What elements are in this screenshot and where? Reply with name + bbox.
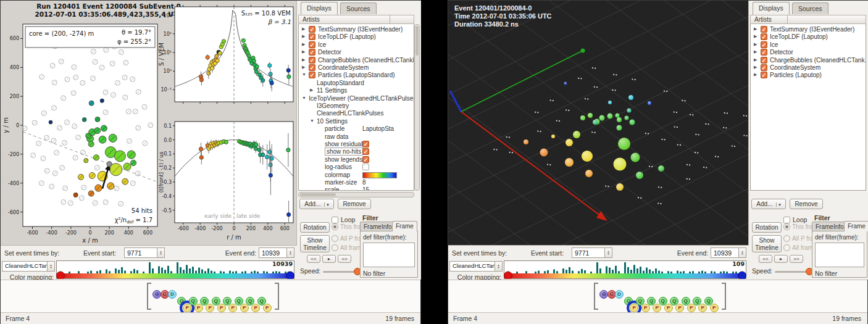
expand-arrow-icon[interactable]: ▶ — [302, 57, 305, 62]
artist-checkbox[interactable]: ✓ — [309, 64, 315, 71]
pulse-source-combo-stepper[interactable]: ▴▾ — [47, 261, 55, 272]
show-timeline-button[interactable]: Show Timeline — [752, 235, 782, 252]
all-p-frames-radio[interactable] — [332, 235, 338, 242]
frame-circle-G-0[interactable]: G — [152, 290, 161, 299]
artist-row[interactable]: LaputopStandard — [299, 80, 414, 88]
artist-checkbox[interactable]: ✓ — [761, 49, 767, 56]
event-histogram[interactable]: 109 — [504, 260, 746, 279]
pulse-source-combo-stepper[interactable]: ▴▾ — [495, 261, 503, 272]
remove-artist-button[interactable]: Remove — [338, 199, 371, 209]
expand-arrow-icon[interactable]: ▶ — [302, 65, 305, 70]
loop-checkbox[interactable] — [783, 217, 790, 223]
artists-column-header-2[interactable] — [787, 15, 866, 24]
frame-circle-G-0[interactable]: G — [599, 290, 608, 299]
time-residual-plot[interactable]: 0.10.0-0.1-0.2-0.3-0.4-0.5-600-400-20002… — [157, 118, 297, 245]
expand-arrow-icon[interactable]: ▶ — [754, 27, 757, 31]
tab-frameinfo[interactable]: FrameInfo — [360, 222, 396, 231]
artist-row[interactable]: ▶✓IceTopLDF (Laputop) — [751, 33, 866, 41]
add-dropdown-caret-icon[interactable]: ▾ — [776, 202, 781, 207]
loop-checkbox[interactable] — [332, 217, 338, 223]
artist-checkbox[interactable]: ✓ — [309, 41, 315, 48]
artist-row[interactable]: ▶✓ChargeBubbles (CleanedHLCTank... — [751, 57, 866, 65]
artist-row[interactable]: ▼IceTopViewer (CleanedHLCTankPulses) — [299, 95, 414, 103]
artist-checkbox[interactable]: ✓ — [761, 72, 767, 78]
artist-row[interactable]: ▶✓Detector — [751, 49, 866, 57]
expand-arrow-icon[interactable]: ▶ — [754, 72, 757, 77]
artist-row[interactable]: ▶✓IceTopLDF (Laputop) — [299, 33, 414, 41]
histogram-end-handle[interactable] — [738, 272, 746, 279]
expand-arrow-icon[interactable]: ▶ — [310, 88, 313, 93]
tab-sources[interactable]: Sources — [792, 2, 828, 14]
expand-arrow-icon[interactable]: ▶ — [754, 65, 757, 70]
play-button[interactable]: ▸ — [322, 255, 336, 263]
artist-row[interactable]: ▶✓Detector — [299, 49, 414, 57]
tree-horizontal-scrollbar[interactable] — [298, 192, 414, 197]
artist-checkbox[interactable]: ✓ — [761, 64, 767, 71]
pulse-source-combo[interactable]: CleanedHLCTankI — [449, 261, 495, 272]
collapse-arrow-icon[interactable]: ▼ — [302, 72, 306, 77]
filter-code-input[interactable] — [363, 243, 415, 267]
artist-row[interactable]: ▶✓CoordinateSystem — [751, 64, 866, 72]
event-end-stepper[interactable]: ▴▾ — [286, 247, 294, 258]
all-p-frames-radio[interactable] — [783, 235, 790, 242]
frame-circle-P-18[interactable]: P — [263, 304, 272, 312]
artist-checkbox[interactable]: ✓ — [761, 41, 767, 48]
add-artist-button[interactable]: Add... ▾ — [751, 199, 786, 209]
frame-circle-P-12[interactable]: P — [228, 304, 237, 312]
artist-checkbox[interactable]: ✓ — [309, 57, 315, 64]
artist-row[interactable]: ▼✓Particles (LaputopStandard) — [299, 72, 414, 80]
artists-column-header-2[interactable] — [390, 15, 414, 24]
step-back-button[interactable]: << — [759, 255, 772, 263]
add-dropdown-caret-icon[interactable]: ▾ — [324, 202, 329, 207]
setting-value[interactable]: 8 — [362, 179, 366, 186]
artist-checkbox[interactable]: ✓ — [761, 33, 767, 40]
event-end-stepper[interactable]: ▴▾ — [738, 247, 746, 258]
collapse-arrow-icon[interactable]: ▼ — [310, 118, 314, 123]
event-start-input[interactable] — [124, 247, 157, 258]
setting-row[interactable]: log-radius — [299, 164, 414, 172]
setting-checkbox[interactable]: ✓ — [362, 141, 369, 147]
setting-row[interactable]: marker-size8 — [299, 179, 414, 187]
remove-artist-button[interactable]: Remove — [790, 199, 823, 209]
expand-arrow-icon[interactable]: ▶ — [302, 34, 305, 39]
artist-row[interactable]: ▶✓Particles (Laputop) — [751, 72, 866, 80]
tab-frameinfo[interactable]: FrameInfo — [812, 222, 848, 231]
setting-row[interactable]: show legends✓ — [299, 156, 414, 164]
artist-checkbox[interactable]: ✓ — [309, 49, 315, 56]
setting-row[interactable]: colormap — [299, 172, 414, 180]
setting-row[interactable]: show no-hits✓ — [299, 148, 414, 156]
ldf-plot[interactable]: 10³10²10¹10⁰10⁻¹S / VEMS₁₂₅ = 10.8 VEMβ … — [157, 1, 297, 118]
tab-sources[interactable]: Sources — [340, 2, 377, 14]
artist-row[interactable]: ▶✓TextSummary (I3EventHeader) — [751, 26, 866, 34]
colormap-gradient-chip[interactable] — [362, 172, 397, 178]
setting-value[interactable]: 15 — [362, 186, 369, 191]
filter-code-input[interactable] — [815, 243, 864, 267]
frame-circle-P-12[interactable]: P — [675, 304, 684, 312]
frame-circle-P-16[interactable]: P — [698, 304, 707, 312]
artist-row[interactable]: CleanedHLCTankPulses — [299, 110, 414, 118]
artist-row[interactable]: ▶✓ChargeBubbles (CleanedHLCTankP — [299, 57, 414, 65]
this-frame-radio[interactable] — [332, 223, 338, 230]
artist-checkbox[interactable]: ✓ — [309, 33, 315, 40]
collapse-arrow-icon[interactable]: ▼ — [302, 96, 306, 100]
all-frames-radio[interactable] — [332, 244, 338, 251]
event-start-input[interactable] — [572, 247, 605, 258]
pulse-source-combo[interactable]: CleanedHLCTankI — [2, 261, 48, 272]
artist-row[interactable]: raw data — [299, 133, 414, 141]
histogram-start-handle[interactable] — [504, 272, 512, 279]
setting-checkbox[interactable]: ✓ — [362, 156, 369, 163]
setting-checkbox[interactable] — [362, 164, 369, 170]
3d-event-view[interactable] — [448, 1, 749, 245]
play-button[interactable]: ▸ — [774, 255, 788, 263]
setting-row[interactable]: scale15 — [299, 186, 414, 191]
event-start-stepper[interactable]: ▴▾ — [604, 247, 612, 258]
frame-circle-P-16[interactable]: P — [251, 304, 260, 312]
expand-arrow-icon[interactable]: ▶ — [754, 42, 757, 47]
frame-circle-P-8[interactable]: P — [653, 304, 661, 312]
setting-checkbox[interactable]: ✓ — [362, 148, 369, 155]
frame-circle-D-2[interactable]: D — [168, 290, 177, 299]
expand-arrow-icon[interactable]: ▶ — [754, 49, 757, 54]
step-back-button[interactable]: << — [307, 255, 320, 263]
artist-checkbox[interactable]: ✓ — [761, 57, 767, 64]
artist-checkbox[interactable]: ✓ — [309, 72, 315, 78]
